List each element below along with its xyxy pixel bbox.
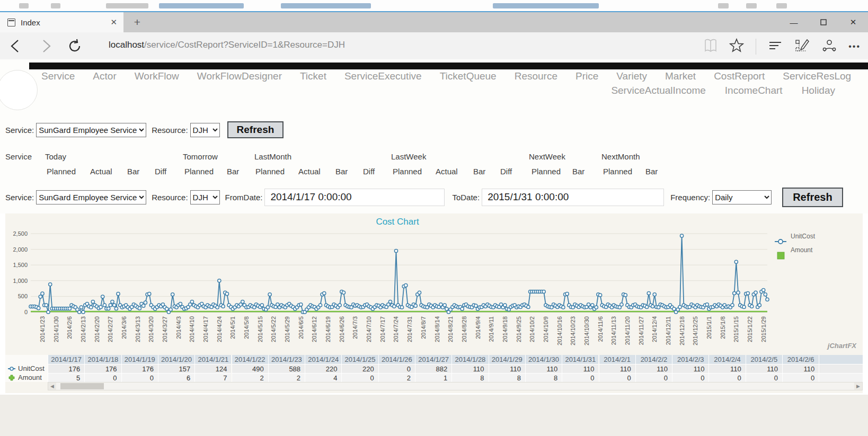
site-nav-row1: ServiceActorWorkFlowWorkFlowDesignerTick… [41, 70, 868, 82]
x-tick-label: 2014/5/22 [270, 316, 277, 342]
minimize-button[interactable]: — [779, 12, 809, 32]
x-tick-label: 2014/1/23 [39, 316, 46, 342]
x-tick-label: 2014/6/26 [339, 316, 345, 342]
nav-item-actor[interactable]: Actor [93, 70, 116, 82]
nav-item-workflowdesigner[interactable]: WorkFlowDesigner [197, 70, 282, 82]
scroll-right-arrow[interactable]: ▶ [854, 382, 862, 390]
unitcost-point [734, 260, 738, 263]
legend-unitcost-marker-dot [778, 239, 783, 244]
tab-index[interactable]: Index ✕ [0, 12, 123, 32]
fromdate-input[interactable] [264, 189, 445, 206]
nav-item-serviceactualincome[interactable]: ServiceActualIncome [611, 85, 705, 96]
nav-item-holiday[interactable]: Holiday [802, 85, 835, 96]
summary-col-nextmonth-planned: Planned [603, 167, 632, 176]
unitcost-point [179, 302, 182, 306]
service-select2[interactable]: SunGard Employee Service [36, 190, 146, 204]
scroll-thumb[interactable] [60, 383, 104, 389]
address-bar[interactable]: localhost/service/CostReport?ServiceID=1… [109, 40, 345, 50]
unitcost-point [39, 295, 42, 298]
summary-header-table: ServiceTodayPlannedActualBarDiffTomorrow… [0, 147, 868, 184]
resource-select[interactable]: DJH [190, 123, 220, 137]
summary-col-tomorrow-bar: Bar [227, 167, 239, 176]
favorites-star-icon[interactable] [729, 38, 744, 56]
more-actions-icon[interactable]: ••• [848, 42, 861, 51]
x-tick-label: 2014/8/14 [434, 316, 440, 342]
reading-view-icon[interactable] [704, 38, 718, 56]
table-date-header: 2014/1/24 [305, 355, 341, 364]
unitcost-point [474, 304, 477, 307]
nav-item-incomechart[interactable]: IncomeChart [725, 85, 783, 96]
todate-input[interactable] [482, 189, 664, 206]
table-value-cell: 110 [489, 364, 525, 373]
web-note-icon[interactable] [794, 38, 810, 56]
nav-item-servicereslog[interactable]: ServiceResLog [783, 70, 851, 82]
unitcost-point [68, 307, 71, 310]
table-scrollbar[interactable]: ◀ ▶ [48, 382, 863, 390]
forward-button[interactable] [37, 38, 54, 55]
maximize-button[interactable] [809, 12, 838, 32]
x-tick-label: 2015/1/8 [720, 316, 726, 339]
summary-group-lastmonth: LastMonth [254, 152, 291, 161]
refresh-chart-button[interactable]: Refresh [782, 188, 843, 207]
table-date-header: 2014/1/25 [341, 355, 378, 364]
nav-item-service[interactable]: Service [41, 70, 75, 82]
table-value-cell: 490 [232, 364, 268, 373]
service-select[interactable]: SunGard Employee Service [36, 123, 146, 137]
x-tick-label: 2015/1/1 [706, 316, 712, 339]
nav-item-price[interactable]: Price [575, 70, 598, 82]
frequency-select[interactable]: Daily [712, 190, 772, 204]
summary-col-nextmonth-bar: Bar [645, 167, 658, 176]
table-date-header: 2014/1/21 [194, 355, 231, 364]
share-icon[interactable] [822, 38, 837, 56]
back-button[interactable] [7, 38, 24, 55]
nav-item-variety[interactable]: Variety [616, 70, 647, 82]
x-tick-label: 2014/6/19 [325, 316, 331, 342]
unitcost-point [79, 306, 83, 309]
unitcost-point [733, 291, 736, 295]
scroll-left-arrow[interactable]: ◀ [48, 382, 56, 390]
unitcost-point [418, 291, 421, 294]
table-row-label-amount: Amount [5, 373, 48, 382]
resource-select2[interactable]: DJH [190, 190, 220, 204]
nav-item-ticket[interactable]: Ticket [300, 70, 326, 82]
unitcost-point [766, 298, 769, 301]
titlebar[interactable]: Index ✕ + — ✕ [0, 12, 868, 32]
refresh-button[interactable] [67, 38, 84, 55]
scroll-track[interactable] [56, 382, 854, 390]
cost-chart: 05001,0001,5002,0002,5002014/1/232014/1/… [5, 213, 863, 354]
url-path: /service/CostReport?ServiceID=1&Resource… [144, 40, 345, 50]
nav-item-serviceexecutive[interactable]: ServiceExecutive [344, 70, 422, 82]
table-value-cell: 176 [121, 364, 158, 373]
hub-icon[interactable] [768, 38, 783, 56]
todate-label: ToDate: [452, 193, 480, 202]
bg-url-text4 [493, 3, 599, 8]
unitcost-point [542, 290, 545, 293]
x-tick-label: 2015/1/22 [747, 316, 753, 342]
nav-item-costreport[interactable]: CostReport [714, 70, 765, 82]
summary-group-tomorrow: Tomorrow [183, 152, 218, 161]
close-button[interactable]: ✕ [838, 12, 868, 32]
browser-toolbar: localhost/service/CostReport?ServiceID=1… [0, 32, 868, 59]
summary-col-today-bar: Bar [127, 167, 139, 176]
table-date-header: 2014/2/6 [782, 355, 819, 364]
table-value-cell: 8 [525, 373, 562, 382]
unitcost-point [103, 304, 106, 307]
table-date-header: 2014/1/31 [562, 355, 598, 364]
nav-item-ticketqueue[interactable]: TicketQueue [440, 70, 497, 82]
unitcost-series-line [31, 236, 767, 312]
tab-close-icon[interactable]: ✕ [110, 17, 117, 27]
amount-row-icon [7, 375, 16, 381]
refresh-summary-button[interactable]: Refresh [227, 121, 284, 138]
table-value-cell: 2 [378, 373, 415, 382]
nav-item-resource[interactable]: Resource [515, 70, 557, 82]
unitcost-point [78, 310, 81, 314]
table-value-cell: 0 [782, 373, 819, 382]
nav-item-workflow[interactable]: WorkFlow [135, 70, 179, 82]
unitcost-point [672, 307, 676, 310]
background-window-strip [0, 0, 868, 12]
new-tab-button[interactable]: + [130, 15, 144, 29]
unitcost-point [388, 300, 392, 303]
nav-item-market[interactable]: Market [665, 70, 696, 82]
unitcost-point [599, 293, 602, 297]
table-date-header-stub [819, 355, 863, 364]
